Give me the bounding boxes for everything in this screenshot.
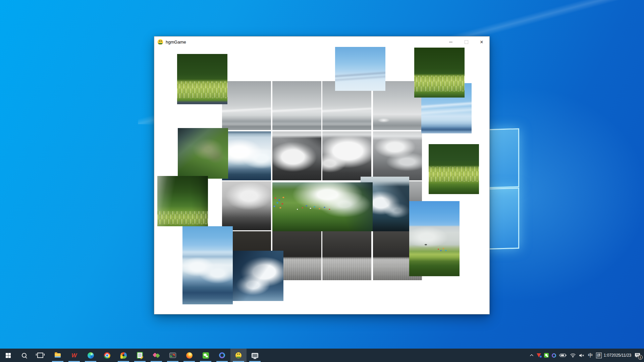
wallpaper-window-pane-top (488, 128, 519, 188)
battery-icon[interactable] (559, 353, 567, 357)
windows-logo-icon (6, 353, 11, 358)
screenshot-icon (169, 353, 176, 358)
diamond-icon (153, 352, 160, 359)
wifi-icon[interactable] (570, 353, 576, 358)
edge-icon (88, 352, 94, 359)
close-icon: ✕ (480, 40, 484, 44)
desktop: hgmGame ✕ W (0, 0, 644, 362)
notification-center[interactable]: 1 (633, 352, 642, 359)
grid-tile-r2c2[interactable] (272, 131, 321, 180)
taskbar-button-system-monitor[interactable] (247, 349, 263, 362)
taskbar-button-screenshot-tool[interactable] (165, 349, 181, 362)
tray-date: 2025/11/23 (611, 353, 631, 358)
ring-tray-icon[interactable] (552, 353, 556, 358)
taskbar-button-wps-office[interactable]: W (66, 349, 82, 362)
piece-green-flower-hill-b[interactable] (414, 48, 465, 98)
task-view-icon (37, 353, 43, 358)
grid-tile-r2c1[interactable] (222, 131, 271, 180)
piece-tents-meadow-wide[interactable] (272, 182, 373, 231)
clock[interactable]: 1:07 2025/11/23 (605, 353, 630, 358)
piece-blue-cloud-mountain[interactable] (233, 251, 283, 301)
grid-tile-r1c1[interactable] (222, 81, 271, 130)
close-button[interactable]: ✕ (474, 37, 489, 48)
taskbar-button-navicat[interactable] (115, 349, 131, 362)
grid-tile-r3c1[interactable] (222, 181, 271, 230)
tray-time: 1:07 (604, 353, 611, 358)
maximize-button[interactable] (459, 37, 474, 48)
ime-mode-indicator[interactable]: 拼 (596, 353, 602, 358)
wechat-icon (203, 352, 209, 359)
piece-green-mountain-cliffs[interactable] (178, 128, 228, 179)
wps-tray-icon[interactable] (537, 353, 541, 357)
taskbar-button-search[interactable] (16, 349, 32, 362)
chrome-icon (104, 352, 110, 359)
grid-tile-r4c3[interactable] (322, 231, 371, 280)
grid-tile-r2c3[interactable] (322, 131, 371, 180)
folder-icon (55, 353, 61, 358)
chevron-up-icon[interactable] (530, 354, 534, 357)
taskbar-button-start[interactable] (0, 349, 16, 362)
piece-blue-clouds-horizon[interactable] (182, 226, 233, 304)
wallpaper-window-pane-bottom (488, 188, 519, 249)
taskbar-button-chrome[interactable] (99, 349, 115, 362)
volume-muted-icon[interactable] (579, 353, 585, 358)
taskbar-button-file-explorer[interactable] (50, 349, 66, 362)
title-bar[interactable]: hgmGame ✕ (154, 37, 489, 48)
taskbar: W 中 拼 1:07 2025/11/23 (0, 349, 644, 362)
taskbar-button-wechat[interactable] (198, 349, 214, 362)
taskbar-button-ring-app[interactable] (214, 349, 230, 362)
system-tray: 中 拼 1:07 2025/11/23 1 (530, 349, 644, 362)
window-title: hgmGame (166, 37, 186, 48)
taskbar-button-python-game[interactable] (230, 349, 247, 362)
monitor-icon (252, 353, 258, 358)
editor-icon (137, 352, 143, 359)
piece-sky-fog-hill[interactable] (409, 201, 460, 276)
python-turtle-icon (158, 39, 163, 45)
navicat-icon (120, 352, 127, 359)
taskbar-button-text-editor[interactable] (132, 349, 148, 362)
taskbar-button-task-view[interactable] (32, 349, 48, 362)
maximize-icon (465, 40, 468, 44)
wechat-tray-icon[interactable] (544, 353, 549, 358)
search-icon (21, 353, 27, 358)
piece-green-valley[interactable] (157, 176, 208, 226)
ring-icon (219, 352, 225, 358)
notification-badge: 1 (638, 355, 643, 360)
grid-tile-r1c2[interactable] (272, 81, 321, 130)
minimize-button[interactable] (443, 37, 459, 48)
piece-green-flower-hill-a[interactable] (177, 54, 227, 104)
taskbar-button-firefox[interactable] (181, 349, 197, 362)
piece-pale-blue-sky[interactable] (335, 47, 385, 91)
wps-w-icon: W (71, 353, 77, 358)
piece-green-grass-hill[interactable] (429, 144, 479, 194)
taskbar-button-design-tool[interactable] (148, 349, 164, 362)
python-turtle-icon (235, 352, 241, 358)
minimize-icon (449, 42, 452, 42)
taskbar-button-edge[interactable] (83, 349, 99, 362)
grid-tile-r2c4[interactable] (373, 131, 422, 180)
firefox-icon (186, 352, 193, 359)
ime-language-indicator[interactable]: 中 (588, 352, 593, 359)
